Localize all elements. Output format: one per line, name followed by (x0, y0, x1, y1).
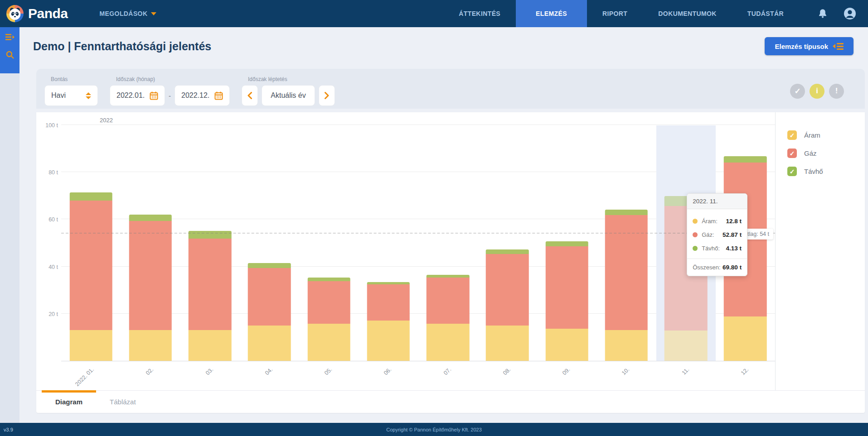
search-icon[interactable] (6, 51, 14, 59)
next-period-button[interactable] (319, 85, 335, 106)
date-from-input[interactable]: 2022.01. (110, 85, 165, 106)
notification-bell-icon[interactable] (817, 8, 828, 19)
x-tick-label: 03. (204, 366, 214, 376)
bar-segment-gáz (307, 281, 350, 323)
nav-item-riport[interactable]: RIPORT (587, 0, 643, 27)
date-to-input[interactable]: 2022.12. (175, 85, 230, 106)
bar-slot: 04. (240, 125, 299, 361)
legend-item-távhő[interactable]: ✓Távhő (787, 167, 865, 176)
analysis-types-button-label: Elemzés típusok (775, 43, 828, 50)
main-content: Demo | Fenntarthatósági jelentés Elemzés… (19, 27, 868, 423)
bar-slot: 03. (180, 125, 240, 361)
view-tab-bar: DiagramTáblázat (36, 390, 865, 413)
nav-item-elemzés[interactable]: ELEMZÉS (516, 0, 587, 27)
stacked-bar-05[interactable] (307, 278, 350, 361)
checkbox-checked-icon[interactable]: ✓ (787, 130, 797, 140)
analysis-types-button[interactable]: Elemzés típusok (765, 37, 853, 55)
select-arrows-icon (86, 92, 91, 99)
x-tick-label: 07. (442, 366, 452, 376)
nav-item-dokumentumok[interactable]: DOKUMENTUMOK (643, 0, 732, 27)
date-from-value: 2022.01. (116, 91, 145, 100)
bar-segment-áram (189, 330, 232, 361)
nav-item-tudástár[interactable]: TUDÁSTÁR (732, 0, 799, 27)
tooltip-total-label: Összesen: (693, 264, 720, 271)
bar-segment-távhő (724, 156, 767, 163)
bar-slot: 10. (596, 125, 656, 361)
chart-legend: ✓Áram✓Gáz✓Távhő (775, 112, 865, 390)
checkbox-checked-icon[interactable]: ✓ (787, 167, 797, 176)
bar-slot: 08. (478, 125, 537, 361)
bar-segment-gáz (189, 239, 232, 331)
tooltip-series-value: 52.87 t (723, 231, 742, 238)
bar-segment-áram (486, 326, 529, 361)
page-title: Demo | Fenntarthatósági jelentés (33, 40, 211, 53)
x-tick-label: 09. (561, 366, 571, 376)
stacked-bar-202201[interactable] (69, 192, 112, 361)
legend-label: Áram (804, 131, 820, 139)
user-account-icon[interactable] (844, 7, 856, 20)
tab-táblázat[interactable]: Táblázat (96, 391, 150, 413)
tooltip-row: Áram:12.8 t (693, 218, 742, 225)
stacked-bar-02[interactable] (129, 215, 172, 361)
menu-expand-icon[interactable] (5, 34, 15, 41)
stacked-bar-06[interactable] (367, 282, 410, 361)
x-tick-label: 11. (680, 366, 690, 376)
stacked-bar-03[interactable] (189, 231, 232, 361)
bar-segment-gáz (486, 254, 529, 326)
stacked-bar-09[interactable] (545, 241, 588, 361)
x-tick-label: 04. (264, 366, 274, 376)
check-circle-icon[interactable]: ✓ (790, 84, 805, 99)
top-navbar: Panda MEGOLDÁSOK ÁTTEKINTÉSELEMZÉSRIPORT… (0, 0, 868, 27)
bar-slot: 02. (121, 125, 180, 361)
chart-year-label: 2022 (100, 117, 113, 124)
tooltip-series-label: Áram: (702, 218, 718, 225)
tooltip-series-value: 12.8 t (726, 218, 742, 225)
tooltip-series-value: 4.13 t (726, 245, 742, 252)
x-tick-label: 08. (502, 366, 512, 376)
legend-item-gáz[interactable]: ✓Gáz (787, 149, 865, 158)
y-axis-labels: 20 t40 t60 t80 t100 t (36, 125, 58, 361)
bar-segment-áram (129, 330, 172, 361)
legend-item-áram[interactable]: ✓Áram (787, 130, 865, 140)
y-tick-label: 20 t (48, 311, 58, 317)
calendar-icon[interactable] (214, 91, 223, 100)
status-indicators: ✓i! (790, 84, 844, 99)
bar-segment-gáz (248, 268, 291, 326)
solutions-menu[interactable]: MEGOLDÁSOK (100, 0, 157, 27)
footer: v3.9 Copyright © Pannon Építőműhely Kft.… (0, 423, 868, 436)
info-circle-icon[interactable]: i (810, 84, 824, 99)
bar-slot: 06. (359, 125, 418, 361)
bar-segment-áram (664, 331, 708, 361)
solutions-menu-label: MEGOLDÁSOK (100, 10, 148, 17)
stacked-bar-04[interactable] (248, 263, 291, 361)
tab-diagram[interactable]: Diagram (42, 391, 96, 413)
y-tick-label: 80 t (48, 169, 58, 176)
bar-segment-távhő (248, 263, 291, 268)
bar-slot: 2022. 01. (61, 125, 121, 361)
bar-segment-távhő (486, 249, 529, 254)
previous-period-button[interactable] (242, 85, 258, 106)
bar-segment-gáz (367, 284, 410, 321)
bar-segment-gáz (545, 246, 588, 329)
chart-tooltip: 2022. 11.Áram:12.8 tGáz:52.87 tTávhő:4.1… (687, 193, 747, 276)
bar-segment-gáz (427, 278, 470, 324)
checkbox-checked-icon[interactable]: ✓ (787, 149, 797, 158)
breakdown-select[interactable]: Havi (44, 85, 98, 106)
app-version: v3.9 (4, 427, 13, 432)
alert-circle-icon[interactable]: ! (829, 84, 844, 99)
chart-card: 2022 20 t40 t60 t80 t100 t 2022. 01.02.0… (36, 112, 865, 413)
nav-item-áttekintés[interactable]: ÁTTEKINTÉS (443, 0, 516, 27)
chart-area: 2022 20 t40 t60 t80 t100 t 2022. 01.02.0… (36, 112, 775, 390)
legend-label: Távhő (804, 168, 823, 175)
stacked-bar-07[interactable] (427, 275, 470, 361)
bar-segment-távhő (545, 241, 588, 246)
filter-panel: Bontás Havi Időszak (hónap) 2022.01. (36, 69, 865, 109)
panda-logo-icon (6, 5, 24, 22)
y-tick-label: 60 t (48, 216, 58, 223)
current-year-button[interactable]: Aktuális év (262, 85, 315, 106)
stacked-bar-08[interactable] (486, 249, 529, 361)
bar-segment-áram (307, 324, 350, 361)
gridline (61, 125, 775, 125)
brand-logo[interactable]: Panda (0, 0, 76, 27)
calendar-icon[interactable] (150, 91, 158, 100)
